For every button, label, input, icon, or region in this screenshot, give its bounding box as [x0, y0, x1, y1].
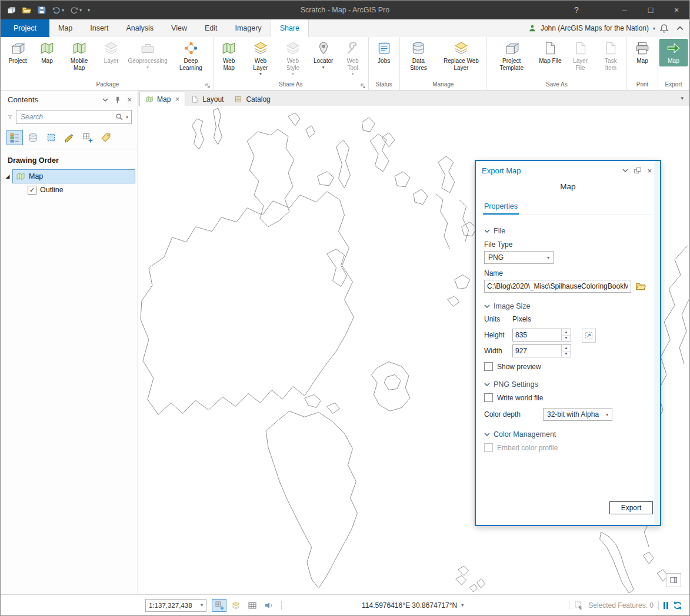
redo-button[interactable]: ▾	[70, 6, 82, 14]
spin-up-icon[interactable]: ▲	[562, 345, 571, 351]
ribbon-button[interactable]: Web Style ▾	[278, 39, 308, 78]
ribbon-button[interactable]: Layer ▾	[97, 39, 125, 66]
ribbon-button[interactable]: Geoprocessing ▾	[126, 39, 169, 71]
ribbon-button[interactable]: Map ▾	[33, 39, 61, 66]
export-button[interactable]: Export	[609, 501, 653, 514]
map-scale-combo[interactable]: 1:137,327,438 ▾	[145, 599, 206, 612]
height-input[interactable]	[513, 329, 561, 341]
search-input[interactable]	[19, 112, 113, 122]
ribbon-button[interactable]: Project Template ▾	[488, 39, 535, 73]
spin-down-icon[interactable]: ▼	[562, 336, 571, 342]
dock-panel-button[interactable]	[666, 573, 681, 587]
help-button[interactable]: ?	[565, 1, 588, 19]
pane-menu-icon[interactable]	[102, 98, 108, 102]
account-name[interactable]: John (ArcGIS Maps for the Nation)	[541, 24, 649, 32]
save-project-icon[interactable]	[37, 5, 46, 15]
pause-drawing-button[interactable]	[664, 602, 668, 609]
ribbon-tab[interactable]: Map	[49, 19, 81, 37]
caret-down-icon[interactable]: ▾	[79, 8, 82, 13]
refresh-button[interactable]	[673, 601, 682, 610]
lock-aspect-ratio-button[interactable]	[582, 329, 596, 343]
export-filename-input[interactable]	[484, 280, 631, 293]
caret-down-icon[interactable]: ▾	[653, 26, 655, 31]
attribute-table-button[interactable]	[245, 599, 259, 612]
spin-down-icon[interactable]: ▼	[562, 351, 571, 357]
view-tab-layout[interactable]: Layout	[185, 92, 229, 106]
ribbon-button[interactable]: Web Tool ▾	[339, 39, 367, 78]
ribbon-button[interactable]: Jobs ▾	[370, 39, 398, 66]
close-tab-icon[interactable]: ×	[175, 95, 179, 103]
open-project-icon[interactable]	[22, 5, 31, 15]
ribbon-button[interactable]: Mobile Map ▾	[62, 39, 96, 73]
ribbon-button[interactable]: Web Layer ▾	[245, 39, 276, 78]
ribbon-button[interactable]: Map ▾	[659, 39, 688, 66]
map-canvas[interactable]: Export Map × Map Properties	[138, 106, 689, 594]
contents-view-tab[interactable]	[98, 130, 114, 145]
collapse-ribbon-icon[interactable]	[676, 26, 684, 31]
layer-visibility-checkbox[interactable]	[28, 186, 36, 195]
filter-icon[interactable]	[8, 113, 12, 121]
maximize-button[interactable]: □	[638, 1, 664, 19]
ribbon-button[interactable]: Layer File ▾	[565, 39, 595, 73]
close-button[interactable]: ×	[664, 1, 689, 19]
write-world-file-checkbox[interactable]	[484, 393, 493, 402]
ribbon-tab[interactable]: Share	[271, 19, 309, 37]
ribbon-button[interactable]: Map ▾	[628, 39, 656, 66]
ribbon-button[interactable]: Map File ▾	[536, 39, 564, 66]
snapping-toggle-button[interactable]	[212, 599, 226, 612]
contents-view-tab[interactable]	[61, 130, 78, 145]
ribbon-button[interactable]: Data Stores ▾	[401, 39, 436, 73]
contents-view-tab[interactable]	[6, 130, 23, 145]
caret-down-icon[interactable]: ▾	[126, 115, 128, 120]
caret-down-icon[interactable]: ▾	[461, 602, 464, 608]
notifications-bell-icon[interactable]	[659, 24, 669, 33]
ribbon-button[interactable]: Deep Learning ▾	[170, 39, 211, 73]
dialog-launcher-icon[interactable]	[360, 83, 366, 89]
undo-button[interactable]: ▾	[52, 6, 64, 14]
search-icon[interactable]	[115, 113, 124, 121]
contents-view-tab[interactable]	[43, 130, 59, 145]
selected-layer[interactable]: Map	[12, 169, 135, 183]
float-pane-icon[interactable]	[634, 166, 642, 175]
ribbon-tab[interactable]: Edit	[196, 19, 226, 37]
layer-row-map[interactable]: ◢ Map	[3, 169, 135, 183]
section-image-size[interactable]: Image Size	[484, 302, 646, 310]
ribbon-button[interactable]: Web Map ▾	[215, 39, 244, 73]
dialog-launcher-icon[interactable]	[205, 83, 211, 89]
show-preview-checkbox[interactable]	[484, 362, 493, 371]
ribbon-tab[interactable]: Analysis	[118, 19, 163, 37]
ribbon-tab[interactable]: View	[162, 19, 196, 37]
feature-cache-button[interactable]	[228, 599, 243, 612]
ribbon-button[interactable]: Project ▾	[4, 39, 32, 66]
spin-up-icon[interactable]: ▲	[562, 329, 571, 336]
browse-folder-icon[interactable]	[635, 281, 646, 292]
announcements-button[interactable]	[261, 599, 276, 612]
section-file[interactable]: File	[484, 227, 646, 235]
tab-properties[interactable]: Properties	[483, 202, 519, 215]
ribbon-tab[interactable]: Insert	[81, 19, 117, 37]
selected-features-count[interactable]: Selected Features: 0	[588, 601, 654, 610]
caret-down-icon[interactable]: ▾	[62, 8, 64, 13]
new-project-icon[interactable]	[6, 5, 16, 15]
layer-row-outline[interactable]: Outline	[1, 183, 138, 196]
pane-scrollbar[interactable]	[654, 162, 659, 524]
pin-pane-icon[interactable]	[114, 96, 122, 104]
view-tab-map[interactable]: Map ×	[139, 92, 185, 106]
close-pane-icon[interactable]: ×	[647, 166, 652, 175]
section-png-settings[interactable]: PNG Settings	[484, 380, 646, 389]
contents-view-tab[interactable]	[79, 130, 96, 145]
close-pane-icon[interactable]: ×	[127, 95, 132, 104]
minimize-button[interactable]: –	[612, 1, 638, 19]
view-tab-catalog[interactable]: Catalog	[229, 92, 275, 106]
width-input[interactable]	[513, 345, 561, 357]
ribbon-button[interactable]: Replace Web Layer ▾	[437, 39, 485, 73]
file-type-dropdown[interactable]: PNG ▾	[484, 251, 554, 264]
pane-menu-icon[interactable]	[622, 169, 628, 172]
ribbon-button[interactable]: Task Item ▾	[596, 39, 625, 73]
customize-qat-icon[interactable]: ▾	[88, 8, 90, 13]
ribbon-button[interactable]: Locator ▾	[309, 39, 338, 71]
section-color-management[interactable]: Color Management	[484, 430, 646, 438]
ribbon-tab[interactable]: Imagery	[226, 19, 270, 37]
contents-view-tab[interactable]	[25, 130, 41, 145]
tab-list-caret-icon[interactable]: ▾	[681, 95, 684, 101]
